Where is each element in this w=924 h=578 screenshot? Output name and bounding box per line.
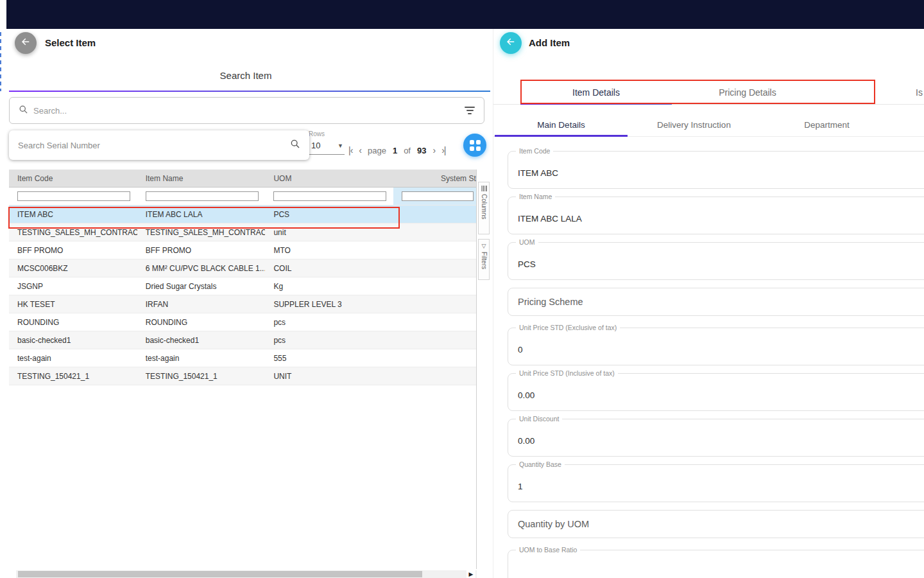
prev-page-button[interactable]: ‹ <box>359 145 361 155</box>
field-unit-price-inclusive[interactable]: Unit Price STD (Inclusive of tax) 0.00 <box>508 373 924 411</box>
tab-item-details[interactable]: Item Details <box>520 80 672 105</box>
cell-system-stock <box>393 349 476 367</box>
rows-per-page-select[interactable]: 10 ▼ <box>309 137 345 155</box>
active-tab-underline <box>520 103 672 105</box>
current-page: 1 <box>393 146 397 155</box>
table-row[interactable]: HK TESET IRFAN SUPPLER LEVEL 3 <box>9 295 476 313</box>
table-row[interactable]: TESTING_150421_1 TESTING_150421_1 UNIT <box>9 367 476 385</box>
columns-side-tab[interactable]: Columns <box>478 182 490 234</box>
filter-icon[interactable] <box>465 107 475 114</box>
scrollbar-thumb[interactable] <box>18 571 422 577</box>
add-item-panel: Add Item Item Details Pricing Details Is… <box>493 29 924 578</box>
last-page-button[interactable]: ›| <box>441 145 445 155</box>
subtab-department[interactable]: Department <box>760 112 893 137</box>
filter-input-uom[interactable] <box>273 191 386 201</box>
columns-tab-label: Columns <box>481 194 488 219</box>
cell-uom: Kg <box>265 277 393 295</box>
table-row[interactable]: test-again test-again 555 <box>9 349 476 367</box>
cell-system-stock <box>393 223 476 241</box>
subtab-delivery-instruction[interactable]: Delivery Instruction <box>628 112 760 137</box>
cell-system-stock <box>393 331 476 349</box>
rows-per-page-value: 10 <box>311 141 320 150</box>
field-label: Unit Discount <box>516 415 562 423</box>
section-quantity-by-uom[interactable]: Quantity by UOM <box>508 510 924 538</box>
grid-icon <box>470 140 481 151</box>
table-row-selected[interactable]: ITEM ABC ITEM ABC LALA PCS <box>9 206 476 223</box>
field-label: UOM to Base Ratio <box>516 546 580 554</box>
serial-search-card <box>9 130 309 160</box>
cell-item-code: test-again <box>9 349 137 367</box>
back-arrow-icon <box>20 36 31 50</box>
horizontal-scrollbar[interactable]: ▶ <box>16 570 477 578</box>
table-filter-row <box>9 188 476 206</box>
chevron-down-icon: ▼ <box>338 143 343 149</box>
cell-item-code: TESTING_SALES_MH_CONTRACT <box>9 223 137 241</box>
field-value: 0 <box>518 345 523 355</box>
filter-input-item-code[interactable] <box>17 191 130 201</box>
serial-number-input[interactable] <box>18 141 290 150</box>
search-input[interactable] <box>33 106 465 116</box>
table-row[interactable]: basic-checked1 basic-checked1 pcs <box>9 331 476 349</box>
field-uom[interactable]: UOM PCS <box>508 242 924 280</box>
cell-item-code: HK TESET <box>9 295 137 313</box>
field-uom-to-base-ratio[interactable]: UOM to Base Ratio <box>508 550 924 578</box>
cell-item-code: JSGNP <box>9 277 137 295</box>
section-pricing-scheme[interactable]: Pricing Scheme <box>508 288 924 316</box>
table-row[interactable]: MCSC006BKZ 6 MM² CU/PVC BLACK CABLE 1...… <box>9 259 476 277</box>
scroll-right-arrow-icon[interactable]: ▶ <box>466 570 475 578</box>
field-value: ITEM ABC LALA <box>518 214 582 223</box>
column-header-system-stock[interactable]: System Sto <box>393 170 476 187</box>
cell-system-stock <box>393 206 476 223</box>
top-navbar <box>6 0 924 29</box>
search-box <box>9 97 484 124</box>
back-button[interactable] <box>15 32 37 54</box>
cell-system-stock <box>393 277 476 295</box>
cell-uom: PCS <box>265 206 393 223</box>
search-icon <box>19 105 28 117</box>
field-value: ITEM ABC <box>518 168 558 178</box>
cell-item-name: test-again <box>137 349 266 367</box>
filter-input-item-name[interactable] <box>146 191 259 201</box>
sub-tabs: Main Details Delivery Instruction Depart… <box>493 112 924 137</box>
cell-item-code: ROUNDING <box>9 313 137 331</box>
field-item-name[interactable]: Item Name ITEM ABC LALA <box>508 197 924 234</box>
field-quantity-base[interactable]: Quantity Base 1 <box>508 464 924 502</box>
table-row[interactable]: TESTING_SALES_MH_CONTRACT TESTING_SALES_… <box>9 223 476 241</box>
table-row[interactable]: ROUNDING ROUNDING pcs <box>9 313 476 331</box>
field-item-code[interactable]: Item Code ITEM ABC <box>508 151 924 189</box>
cell-item-name: IRFAN <box>137 295 266 313</box>
screen: Select Item Search Item Rows 10 ▼ |‹ <box>0 0 924 578</box>
next-page-button[interactable]: › <box>432 145 435 155</box>
cell-item-name: Dried Sugar Crystals <box>137 277 266 295</box>
cell-item-name: TESTING_SALES_MH_CONTRACT <box>137 223 266 241</box>
cell-item-name: basic-checked1 <box>137 331 266 349</box>
column-header-uom[interactable]: UOM <box>265 170 393 187</box>
grid-view-button[interactable] <box>463 134 486 157</box>
tab-cutoff[interactable]: Is <box>916 80 923 105</box>
serial-search-icon[interactable] <box>290 139 300 152</box>
pagination: |‹ ‹ page 1 of 93 › ›| <box>348 145 445 155</box>
cell-system-stock <box>393 241 476 259</box>
field-unit-price-exclusive[interactable]: Unit Price STD (Exclusive of tax) 0 <box>508 328 924 365</box>
gradient-underline <box>9 91 490 92</box>
cell-item-name: ROUNDING <box>137 313 266 331</box>
table-row[interactable]: JSGNP Dried Sugar Crystals Kg <box>9 277 476 295</box>
cell-uom: pcs <box>265 331 393 349</box>
first-page-button[interactable]: |‹ <box>348 145 352 155</box>
filters-side-tab[interactable]: ▽ Filters <box>478 239 490 280</box>
of-label: of <box>404 146 411 155</box>
column-header-item-name[interactable]: Item Name <box>137 170 266 187</box>
tab-pricing-details[interactable]: Pricing Details <box>672 80 823 105</box>
column-header-item-code[interactable]: Item Code <box>9 170 137 187</box>
back-arrow-icon <box>505 36 517 50</box>
back-button-add-item[interactable] <box>500 32 522 54</box>
cell-item-name: 6 MM² CU/PVC BLACK CABLE 1... <box>137 259 266 277</box>
field-label: Quantity Base <box>516 460 565 468</box>
cell-item-code: TESTING_150421_1 <box>9 367 137 385</box>
cell-system-stock <box>393 295 476 313</box>
table-row[interactable]: BFF PROMO BFF PROMO MTO <box>9 241 476 259</box>
field-unit-discount[interactable]: Unit Discount 0.00 <box>508 419 924 457</box>
cell-item-code: ITEM ABC <box>9 206 137 223</box>
subtab-main-details[interactable]: Main Details <box>495 112 628 137</box>
filter-input-system-stock[interactable] <box>402 191 474 201</box>
